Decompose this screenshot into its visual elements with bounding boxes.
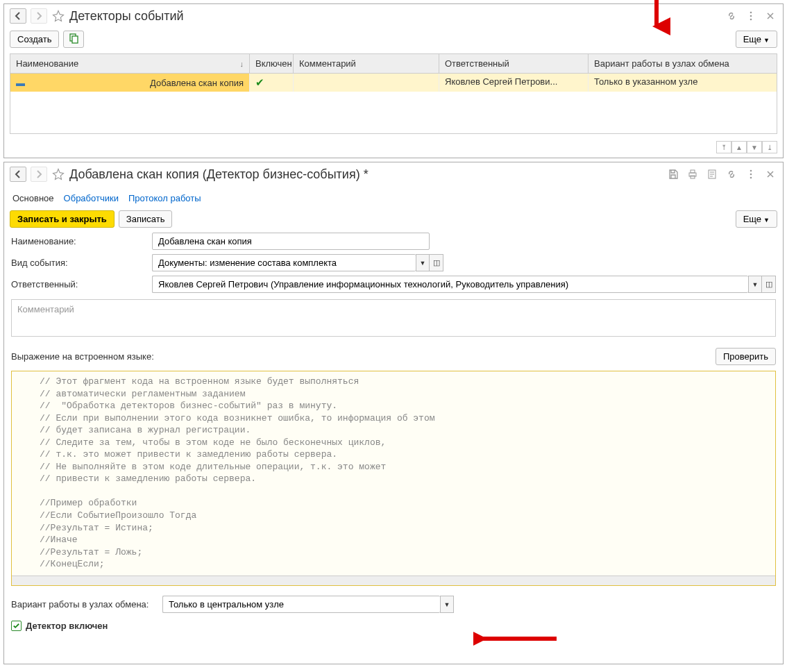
col-header-name[interactable]: Наименование↓ xyxy=(10,54,250,73)
col-header-responsible[interactable]: Ответственный xyxy=(439,54,589,73)
svg-point-12 xyxy=(750,177,752,179)
print-icon[interactable] xyxy=(686,167,700,181)
back-button[interactable] xyxy=(10,8,26,24)
col-header-variant[interactable]: Вариант работы в узлах обмена xyxy=(589,54,777,73)
save-close-button[interactable]: Записать и закрыть xyxy=(10,210,115,228)
label-responsible: Ответственный: xyxy=(11,279,146,289)
table-row[interactable]: ▬Добавлена скан копия ✔ Яковлев Сергей П… xyxy=(10,74,777,92)
sort-asc-icon: ↓ xyxy=(240,60,244,68)
save-button[interactable]: Записать xyxy=(119,210,173,228)
event-type-dropdown-icon[interactable]: ▼ xyxy=(416,254,430,271)
copy-button[interactable] xyxy=(63,31,84,48)
label-variant: Вариант работы в узлах обмена: xyxy=(11,599,157,610)
panel1-title: Детекторы событий xyxy=(69,9,720,24)
nav-first-icon[interactable]: ⤒ xyxy=(716,141,731,153)
forward-button[interactable] xyxy=(31,8,47,24)
name-field[interactable] xyxy=(152,233,430,250)
svg-rect-5 xyxy=(72,36,78,43)
link-icon-2[interactable] xyxy=(725,167,738,181)
row-responsible: Яковлев Сергей Петрови... xyxy=(439,74,589,92)
back-button-2[interactable] xyxy=(10,167,26,182)
close-icon-2[interactable] xyxy=(763,167,777,181)
close-icon[interactable] xyxy=(763,9,777,23)
svg-rect-7 xyxy=(691,170,695,173)
event-type-open-icon[interactable]: ◫ xyxy=(430,254,443,271)
favorite-star-icon[interactable] xyxy=(51,9,65,23)
row-variant: Только в указанном узле xyxy=(589,74,777,92)
svg-point-2 xyxy=(750,15,752,17)
tab-handlers[interactable]: Обработчики xyxy=(64,193,119,203)
svg-point-1 xyxy=(750,12,752,14)
responsible-dropdown-icon[interactable]: ▼ xyxy=(748,276,762,293)
panel1-more-button[interactable]: Еще▼ xyxy=(736,31,777,48)
item-icon: ▬ xyxy=(16,78,25,88)
favorite-star-icon-2[interactable] xyxy=(51,167,65,181)
detector-enabled-label: Детектор включен xyxy=(26,621,108,631)
nav-down-icon[interactable]: ▼ xyxy=(747,141,762,153)
tab-log[interactable]: Протокол работы xyxy=(128,193,201,203)
annotation-arrow-left xyxy=(473,628,564,649)
variant-field[interactable] xyxy=(162,596,440,613)
svg-point-10 xyxy=(750,170,752,172)
svg-point-11 xyxy=(750,174,752,176)
variant-dropdown-icon[interactable]: ▼ xyxy=(440,596,454,613)
save-icon[interactable] xyxy=(666,167,680,181)
detector-enabled-checkbox[interactable] xyxy=(11,621,22,631)
tab-main[interactable]: Основное xyxy=(12,193,54,203)
link-icon[interactable] xyxy=(725,9,738,23)
code-editor[interactable]: // Этот фрагмент кода на встроенном язык… xyxy=(11,371,776,586)
kebab-menu-icon[interactable] xyxy=(744,9,758,23)
grid-header: Наименование↓ Включен Комментарий Ответс… xyxy=(10,54,777,74)
check-code-button[interactable]: Проверить xyxy=(716,348,776,365)
nav-up-icon[interactable]: ▲ xyxy=(731,141,747,153)
col-header-comment[interactable]: Комментарий xyxy=(294,54,439,73)
check-icon: ✔ xyxy=(255,76,264,88)
kebab-menu-icon-2[interactable] xyxy=(744,167,758,181)
annotation-arrow-down xyxy=(643,0,670,36)
code-text: // Этот фрагмент кода на встроенном язык… xyxy=(12,371,775,575)
panel2-title: Добавлена скан копия (Детектор бизнес-со… xyxy=(69,167,662,182)
row-name: Добавлена скан копия xyxy=(150,78,244,88)
responsible-open-icon[interactable]: ◫ xyxy=(762,276,776,293)
event-type-field[interactable] xyxy=(152,254,416,271)
create-button[interactable]: Создать xyxy=(10,31,59,48)
comment-textarea[interactable]: Комментарий xyxy=(11,299,776,337)
document-icon[interactable] xyxy=(705,167,719,181)
label-name: Наименование: xyxy=(11,236,146,246)
horizontal-scrollbar[interactable] xyxy=(12,576,775,585)
svg-point-3 xyxy=(750,19,752,21)
col-header-enabled[interactable]: Включен xyxy=(250,54,294,73)
panel2-more-button[interactable]: Еще▼ xyxy=(736,210,777,228)
nav-last-icon[interactable]: ⤓ xyxy=(762,141,777,153)
responsible-field[interactable] xyxy=(152,276,748,293)
label-code: Выражение на встроенном языке: xyxy=(11,351,716,362)
label-event-type: Вид события: xyxy=(11,258,146,268)
forward-button-2[interactable] xyxy=(31,167,47,182)
